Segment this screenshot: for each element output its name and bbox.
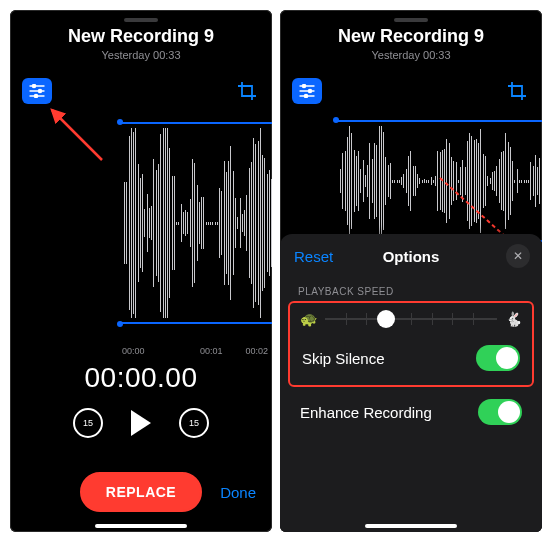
- waveform-area[interactable]: 00:00 00:01 00:02: [10, 118, 272, 348]
- svg-point-12: [304, 94, 307, 97]
- sheet-grabber[interactable]: [394, 18, 428, 22]
- options-title: Options: [383, 248, 440, 265]
- skip-silence-toggle[interactable]: [476, 345, 520, 371]
- trim-button[interactable]: [234, 78, 260, 104]
- playback-speed-slider-row: 🐢 🐇: [290, 303, 532, 335]
- crop-icon: [507, 81, 527, 101]
- recording-subtitle: Yesterday 00:33: [10, 49, 272, 61]
- close-icon: ✕: [513, 249, 523, 263]
- skip-silence-row: Skip Silence: [290, 335, 532, 381]
- time-tick: 00:02: [245, 346, 268, 356]
- recording-subtitle: Yesterday 00:33: [280, 49, 542, 61]
- time-tick: 00:00: [122, 346, 145, 356]
- replace-button[interactable]: REPLACE: [80, 472, 202, 512]
- screen-options: New Recording 9 Yesterday 00:33: [280, 10, 542, 532]
- options-panel: Reset Options ✕ PLAYBACK SPEED 🐢: [280, 234, 542, 532]
- slider-knob[interactable]: [377, 310, 395, 328]
- options-button[interactable]: [22, 78, 52, 104]
- play-icon: [131, 410, 151, 436]
- bottom-bar: REPLACE Done: [10, 472, 272, 512]
- svg-point-8: [302, 84, 305, 87]
- trim-handle-bottom[interactable]: [117, 321, 123, 327]
- done-button[interactable]: Done: [220, 484, 256, 501]
- waveform[interactable]: [120, 122, 272, 324]
- enhance-recording-label: Enhance Recording: [300, 404, 432, 421]
- sheet-grabber[interactable]: [124, 18, 158, 22]
- section-label-playback-speed: PLAYBACK SPEED: [280, 278, 542, 301]
- skip-silence-label: Skip Silence: [302, 350, 385, 367]
- trim-button[interactable]: [504, 78, 530, 104]
- home-indicator[interactable]: [95, 524, 187, 528]
- sliders-icon: [299, 84, 315, 98]
- recording-title: New Recording 9: [10, 26, 272, 47]
- hare-icon: 🐇: [505, 311, 522, 327]
- reset-button[interactable]: Reset: [294, 248, 333, 265]
- sliders-icon: [29, 84, 45, 98]
- options-header: Reset Options ✕: [280, 234, 542, 278]
- svg-point-10: [308, 89, 311, 92]
- skip-back-label: 15: [83, 418, 93, 428]
- options-button[interactable]: [292, 78, 322, 104]
- edit-toolbar: [280, 78, 542, 118]
- skip-back-button[interactable]: 15: [73, 408, 103, 438]
- svg-point-3: [38, 89, 41, 92]
- enhance-recording-toggle[interactable]: [478, 399, 522, 425]
- screen-main: New Recording 9 Yesterday 00:33 00:00 00…: [10, 10, 272, 532]
- close-button[interactable]: ✕: [506, 244, 530, 268]
- home-indicator[interactable]: [365, 524, 457, 528]
- skip-forward-label: 15: [189, 418, 199, 428]
- svg-point-1: [32, 84, 35, 87]
- enhance-recording-row: Enhance Recording: [280, 387, 542, 437]
- recording-title: New Recording 9: [280, 26, 542, 47]
- waveform[interactable]: [336, 120, 542, 242]
- tortoise-icon: 🐢: [300, 311, 317, 327]
- playback-controls: 15 15: [10, 408, 272, 438]
- edit-toolbar: [10, 78, 272, 118]
- play-button[interactable]: [131, 410, 151, 436]
- playback-speed-slider[interactable]: [325, 309, 497, 329]
- highlight-box: 🐢 🐇 Skip Silence: [288, 301, 534, 387]
- svg-point-5: [34, 94, 37, 97]
- skip-forward-button[interactable]: 15: [179, 408, 209, 438]
- crop-icon: [237, 81, 257, 101]
- playback-time: 00:00.00: [10, 362, 272, 394]
- time-tick: 00:01: [200, 346, 223, 356]
